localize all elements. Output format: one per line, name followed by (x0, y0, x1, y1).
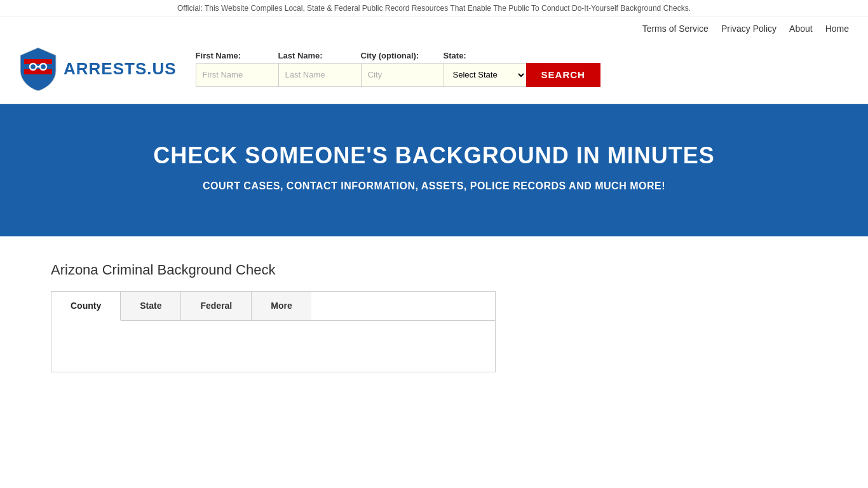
tabs-header: County State Federal More (51, 292, 495, 321)
hero-subheading: COURT CASES, CONTACT INFORMATION, ASSETS… (13, 180, 855, 192)
last-name-input[interactable] (278, 63, 361, 87)
hero-heading: CHECK SOMEONE'S BACKGROUND IN MINUTES (13, 142, 855, 169)
hero-section: CHECK SOMEONE'S BACKGROUND IN MINUTES CO… (0, 104, 868, 236)
nav-home[interactable]: Home (825, 24, 849, 34)
tab-more[interactable]: More (252, 292, 311, 320)
first-name-label: First Name: (196, 51, 278, 60)
last-name-field-group: Last Name: (278, 51, 361, 87)
city-label: City (optional): (361, 51, 444, 60)
city-field-group: City (optional): (361, 51, 444, 87)
tab-content (51, 321, 495, 372)
first-name-input[interactable] (196, 63, 278, 87)
top-bar-text: Official: This Website Compiles Local, S… (177, 4, 691, 13)
main-content: Arizona Criminal Background Check County… (0, 236, 868, 398)
top-bar: Official: This Website Compiles Local, S… (0, 0, 868, 17)
tab-state[interactable]: State (121, 292, 181, 320)
state-select[interactable]: Select State Alabama Alaska Arizona Arka… (444, 63, 526, 87)
svg-rect-1 (24, 69, 52, 74)
logo-link[interactable]: ARRESTS.US (19, 46, 177, 91)
first-name-field-group: First Name: (196, 51, 278, 87)
nav-terms[interactable]: Terms of Service (642, 24, 709, 34)
svg-rect-0 (24, 59, 52, 64)
header: ARRESTS.US First Name: Last Name: City (… (0, 40, 868, 104)
tab-federal[interactable]: Federal (181, 292, 252, 320)
nav: Terms of Service Privacy Policy About Ho… (0, 17, 868, 40)
tab-county[interactable]: County (51, 292, 121, 321)
logo-text: ARRESTS.US (64, 59, 177, 79)
search-fields: First Name: Last Name: City (optional): … (196, 51, 600, 87)
logo-shield-icon (19, 46, 57, 91)
search-area: First Name: Last Name: City (optional): … (196, 51, 600, 87)
nav-about[interactable]: About (789, 24, 813, 34)
last-name-label: Last Name: (278, 51, 361, 60)
city-input[interactable] (361, 63, 444, 87)
tabs-container: County State Federal More (51, 291, 496, 372)
state-field-group: State: Select State Alabama Alaska Arizo… (444, 51, 526, 87)
state-label: State: (444, 51, 526, 60)
search-button[interactable]: SEARCH (526, 63, 600, 87)
section-title: Arizona Criminal Background Check (51, 262, 817, 278)
nav-privacy[interactable]: Privacy Policy (721, 24, 776, 34)
